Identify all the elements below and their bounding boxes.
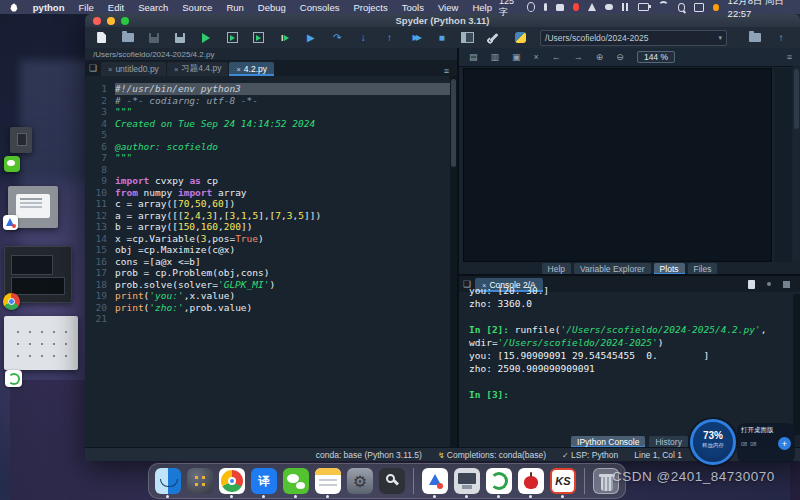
tab-options-menu-icon[interactable]: ≡ — [444, 66, 457, 76]
plots-scrollbar[interactable] — [793, 66, 800, 262]
code-line[interactable]: 11c = array([70,50,60]) — [85, 198, 450, 210]
code-line[interactable]: 4Created on Tue Sep 24 14:14:52 2024 — [85, 118, 450, 130]
console-scrollbar[interactable] — [793, 294, 800, 435]
code-line[interactable]: 21 — [85, 313, 450, 325]
close-tab-icon[interactable]: × — [174, 65, 178, 74]
cloud-icon[interactable] — [605, 4, 614, 10]
code-line[interactable]: 17prob = cp.Problem(obj,cons) — [85, 267, 450, 279]
code-line[interactable]: 6@author: scofieldo — [85, 141, 450, 153]
dock-ring-app-icon[interactable] — [486, 468, 512, 494]
save-all-plots-icon[interactable]: ▥ — [491, 52, 500, 62]
window-thumbnail-grid[interactable] — [4, 316, 78, 370]
dock-passwords-icon[interactable] — [379, 468, 405, 494]
conda-env-status[interactable]: conda: base (Python 3.11.5) — [316, 450, 422, 460]
display-icon[interactable] — [694, 3, 704, 12]
save-plot-icon[interactable]: ▤ — [469, 52, 478, 62]
plot-thumbnails-sidebar[interactable] — [774, 68, 792, 262]
code-line[interactable]: 3""" — [85, 106, 450, 118]
menu-projects[interactable]: Projects — [346, 2, 394, 13]
save-button[interactable] — [147, 31, 160, 45]
dock-system-settings-icon[interactable]: ⚙ — [347, 468, 373, 494]
dock-apple-app-icon[interactable] — [518, 468, 544, 494]
stage-manager-icon[interactable] — [622, 3, 629, 11]
next-plot-icon[interactable]: → — [574, 52, 583, 62]
open-desktop-label[interactable]: 打开桌面版 — [741, 426, 791, 435]
code-line[interactable]: 14x =cp.Variable(3,pos=True) — [85, 233, 450, 245]
menu-clock[interactable]: 12月8日 周日 22:57 — [728, 0, 792, 19]
code-line[interactable]: 10from numpy import array — [85, 187, 450, 199]
code-line[interactable]: 20print('zho:',prob.value) — [85, 302, 450, 314]
dock-translate-icon[interactable]: 译 — [251, 468, 277, 494]
code-line[interactable]: 7""" — [85, 152, 450, 164]
copy-plot-icon[interactable]: ▣ — [512, 52, 521, 62]
code-line[interactable]: 15obj =cp.Maximize(c@x) — [85, 244, 450, 256]
menu-view[interactable]: View — [431, 2, 465, 13]
menu-tools[interactable]: Tools — [395, 2, 431, 13]
screen-mirroring-icon[interactable] — [527, 2, 535, 12]
code-line[interactable]: 9import cvxpy as cp — [85, 175, 450, 187]
memory-cleaner-widget[interactable]: 73% 释放内存 — [690, 419, 736, 465]
apple-menu-icon[interactable] — [10, 3, 18, 12]
csdn-floating-panel[interactable]: 打开桌面版 08 08 + — [737, 423, 795, 463]
microphone-icon[interactable] — [544, 3, 547, 11]
save-all-button[interactable] — [174, 31, 187, 45]
console-tab-history[interactable]: History — [649, 436, 687, 448]
preferences-wrench-button[interactable] — [488, 31, 501, 45]
code-line[interactable]: 18prob.solve(solver='GLPK_MI') — [85, 279, 450, 291]
dock-preview-app-icon[interactable] — [454, 468, 480, 494]
new-file-button[interactable] — [95, 31, 108, 45]
spotlight-icon[interactable] — [678, 3, 685, 12]
code-line[interactable]: 19print('you:',x.value) — [85, 290, 450, 302]
code-line[interactable]: 1#!/usr/bin/env python3 — [85, 83, 450, 95]
add-button[interactable]: + — [778, 437, 791, 450]
dock-knot-app-icon[interactable] — [422, 468, 448, 494]
menu-search[interactable]: Search — [131, 2, 175, 13]
run-cell-advance-button[interactable] — [252, 31, 265, 45]
run-file-button[interactable] — [200, 31, 213, 45]
parent-directory-button[interactable]: ↑ — [774, 31, 788, 45]
open-file-button[interactable] — [121, 31, 134, 45]
menu-consoles[interactable]: Consoles — [293, 2, 347, 13]
python-env-button[interactable] — [514, 31, 527, 45]
run-cell-button[interactable] — [226, 31, 239, 45]
vpn-app-icon[interactable] — [588, 3, 596, 11]
code-line[interactable]: 5 — [85, 129, 450, 141]
tab-untitled0.py[interactable]: ×untitled0.py — [101, 62, 166, 76]
close-tab-icon[interactable]: × — [108, 65, 112, 74]
run-selection-button[interactable]: I — [278, 31, 291, 45]
tab-习题4.4.py[interactable]: ×习题4.4.py — [167, 62, 229, 76]
menu-python[interactable]: python — [26, 2, 72, 13]
wifi-icon[interactable] — [658, 1, 669, 13]
menu-source[interactable]: Source — [175, 2, 219, 13]
menu-debug[interactable]: Debug — [251, 2, 293, 13]
lsp-status[interactable]: LSP: Python — [571, 450, 618, 460]
code-line[interactable]: 16cons =[a@x <=b] — [85, 256, 450, 268]
layout-panes-button[interactable] — [461, 31, 474, 45]
battery-icon[interactable] — [638, 3, 649, 11]
completions-status[interactable]: Completions: conda(base) — [447, 450, 546, 460]
step-over-button[interactable]: ↷ — [331, 31, 344, 45]
close-tab-icon[interactable]: × — [236, 65, 240, 74]
continue-button[interactable]: ▶▶ — [409, 31, 422, 45]
browse-tabs-icon[interactable]: ❏ — [85, 60, 101, 76]
keyboard-icon[interactable] — [556, 4, 564, 11]
code-line[interactable]: 2# -*- codiarng: utf-8 -*- — [85, 95, 450, 107]
menu-edit[interactable]: Edit — [101, 2, 131, 13]
stop-button[interactable]: ■ — [435, 31, 448, 45]
code-line[interactable]: 13b = array([150,160,200]) — [85, 221, 450, 233]
record-indicator-icon[interactable] — [573, 3, 579, 11]
menu-help[interactable]: Help — [465, 2, 499, 13]
dock-launchpad-icon[interactable] — [187, 468, 213, 494]
working-directory-select[interactable]: /Users/scofieldo/2024-2025 ▾ — [540, 30, 727, 46]
dock-kuaishou-icon[interactable]: KS — [550, 468, 576, 494]
plots-options-menu-icon[interactable]: ≡ — [787, 52, 800, 62]
window-thumbnail-wechat[interactable] — [10, 127, 32, 153]
remove-plot-icon[interactable]: × — [534, 52, 539, 62]
step-out-button[interactable]: ↑ — [383, 31, 396, 45]
previous-plot-icon[interactable]: ← — [552, 52, 561, 62]
editor-scrollbar[interactable] — [450, 76, 457, 448]
dock-finder-icon[interactable] — [155, 468, 181, 494]
tab-4.2.py[interactable]: ×4.2.py — [229, 62, 274, 76]
zoom-out-icon[interactable]: ⊖ — [616, 52, 624, 62]
console-tab-ipython-console[interactable]: IPython Console — [571, 436, 645, 448]
